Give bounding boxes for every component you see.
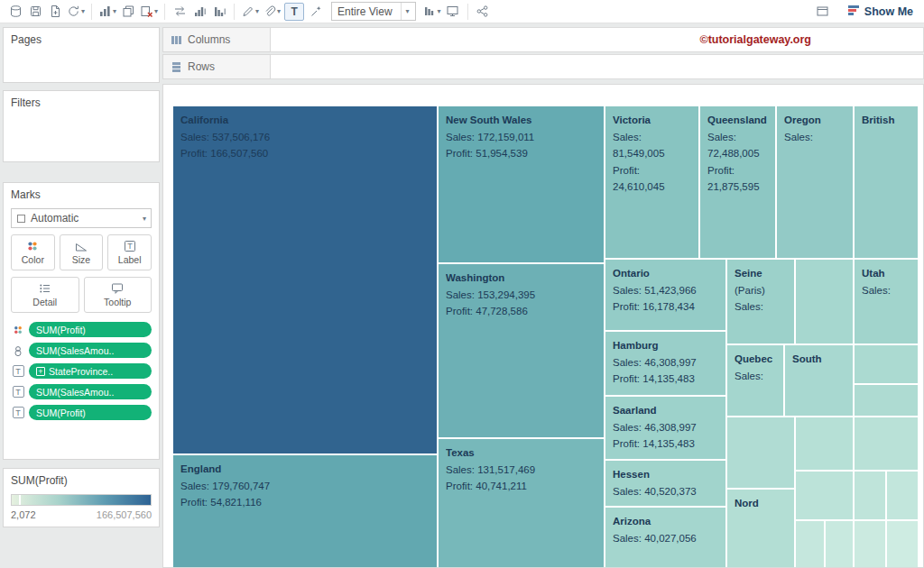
caret-down-icon: ▾ [401,3,410,20]
pill-stateprovince-label[interactable]: + StateProvince.. [29,363,152,379]
legend-gradient[interactable] [11,494,152,506]
pill-sum-salesamount-label[interactable]: SUM(SalesAmou.. [29,384,152,399]
pill-row: T + StateProvince.. [11,363,152,379]
treemap-tile-oregon[interactable]: OregonSales: [776,105,854,259]
tooltip-icon [111,282,124,295]
show-me-label: Show Me [864,5,913,18]
treemap-tile-texas[interactable]: TexasSales: 131,517,469Profit: 40,741,21… [438,438,605,568]
treemap-tile-utah[interactable]: UtahSales: [854,259,919,344]
pages-card[interactable]: Pages [3,27,160,83]
show-mark-labels-button[interactable]: T [284,3,304,21]
tile-label-line: Washington [446,270,596,287]
treemap-tile[interactable] [854,520,886,568]
caret-down-icon: ▾ [438,7,441,15]
treemap-tile-washington[interactable]: WashingtonSales: 153,294,395Profit: 47,7… [438,263,605,438]
treemap-tile[interactable] [854,471,886,520]
color-button[interactable]: Color [11,234,55,270]
treemap-tile[interactable] [886,471,919,520]
treemap-tile-south[interactable]: South [784,344,854,417]
highlight-pen-icon[interactable]: ▾ [239,2,261,22]
treemap-tile-arizona[interactable]: ArizonaSales: 40,027,056 [605,507,726,568]
window-icon[interactable] [813,2,833,22]
tile-label-line: British [862,112,910,129]
marks-buttons-row-1: Color Size T Label [11,234,152,270]
new-data-source-icon[interactable] [45,2,65,22]
treemap-tile[interactable] [854,384,919,417]
mark-type-icon [16,214,26,224]
legend-notch [19,495,21,505]
rows-icon [171,61,182,73]
treemap-tile[interactable] [854,417,919,471]
rows-shelf-header: Rows [162,54,271,79]
legend-min-value: 2,072 [11,509,36,520]
treemap-tile[interactable] [795,520,825,568]
treemap-tile[interactable] [795,471,854,520]
filters-title: Filters [11,96,152,109]
treemap-tile[interactable] [795,417,854,471]
sort-descending-icon[interactable] [209,2,229,22]
rows-shelf[interactable] [271,54,924,79]
text-mark-icon: T [11,365,25,377]
pill-label: SUM(Profit) [36,325,86,335]
save-icon[interactable] [25,2,45,22]
pill-sum-profit-label[interactable]: SUM(Profit) [29,405,152,420]
filters-card[interactable]: Filters [3,90,160,162]
treemap-tile-nord[interactable]: Nord [726,489,795,568]
pill-row: SUM(SalesAmou.. [11,343,152,358]
treemap-tile[interactable] [886,520,919,568]
treemap-tile[interactable] [795,259,854,344]
fit-view-select[interactable]: Entire View ▾ [331,2,416,21]
treemap-tile-queensland[interactable]: QueenslandSales:72,488,005Profit:21,875,… [699,105,776,259]
treemap-tile-hessen[interactable]: HessenSales: 40,520,373 [605,460,726,507]
pill-sum-salesamount-size[interactable]: SUM(SalesAmou.. [29,343,152,358]
expand-plus-icon[interactable]: + [36,367,45,376]
detail-icon [39,282,51,295]
treemap-tile[interactable] [854,344,919,384]
treemap-tile-saarland[interactable]: SaarlandSales: 46,308,997Profit: 14,135,… [605,396,726,460]
mark-type-value: Automatic [31,212,79,224]
presentation-mode-icon[interactable] [443,2,463,22]
rows-shelf-label: Rows [188,60,215,73]
tile-label-line: 24,610,045 [613,179,691,196]
data-source-icon[interactable] [5,2,25,22]
refresh-icon[interactable]: ▾ [65,2,87,22]
treemap-tile[interactable] [825,520,854,568]
sort-ascending-icon[interactable] [189,2,209,22]
treemap-tile-hamburg[interactable]: HamburgSales: 46,308,997Profit: 14,135,4… [605,331,726,396]
label-button[interactable]: T Label [107,234,152,270]
pill-row: T SUM(Profit) [11,405,152,420]
tile-label-line: Queensland [707,112,768,129]
detail-button[interactable]: Detail [11,277,79,313]
tooltip-button[interactable]: Tooltip [84,277,152,313]
treemap-chart: CaliforniaSales: 537,506,176Profit: 166,… [172,105,919,568]
show-me-button[interactable]: Show Me [847,4,913,20]
treemap-tile-british[interactable]: British [854,105,919,259]
clear-sheet-icon[interactable]: ▾ [138,2,160,22]
tile-label-line: Sales: [735,298,787,316]
tile-label-line: Sales: [735,368,776,385]
treemap-tile-england[interactable]: EnglandSales: 179,760,747Profit: 54,821,… [172,454,438,568]
treemap-tile-quebec[interactable]: QuebecSales: [726,344,784,417]
new-worksheet-icon[interactable]: ▾ [97,2,118,22]
size-icon [75,240,88,252]
share-icon[interactable] [473,2,493,22]
treemap-tile-seine-paris[interactable]: Seine(Paris)Sales: [726,259,795,344]
fix-axes-wand-icon[interactable] [306,2,326,22]
treemap-tile-victoria[interactable]: VictoriaSales:81,549,005Profit:24,610,04… [605,105,699,259]
size-button[interactable]: Size [60,234,104,270]
tableau-app: ▾ ▾ ▾ ▾ ▾ T [0,0,924,568]
label-button-label: Label [118,254,142,265]
treemap-tile-california[interactable]: CaliforniaSales: 537,506,176Profit: 166,… [172,105,438,454]
treemap-tile-ontario[interactable]: OntarioSales: 51,423,966Profit: 16,178,4… [605,259,726,331]
pill-sum-profit-color[interactable]: SUM(Profit) [29,322,152,337]
tile-label-line: Profit: 51,954,539 [446,145,596,162]
tile-label-line: Ontario [613,265,718,282]
columns-shelf[interactable]: ©tutorialgateway.org [271,27,924,52]
paperclip-icon[interactable]: ▾ [261,2,282,22]
mark-type-dropdown[interactable]: Automatic ▾ [11,208,152,228]
swap-axes-icon[interactable] [170,2,189,22]
duplicate-sheet-icon[interactable] [118,2,138,22]
treemap-tile-new-south-wales[interactable]: New South WalesSales: 172,159,011Profit:… [438,105,605,263]
cell-size-icon[interactable]: ▾ [421,2,443,22]
treemap-tile[interactable] [726,417,795,489]
